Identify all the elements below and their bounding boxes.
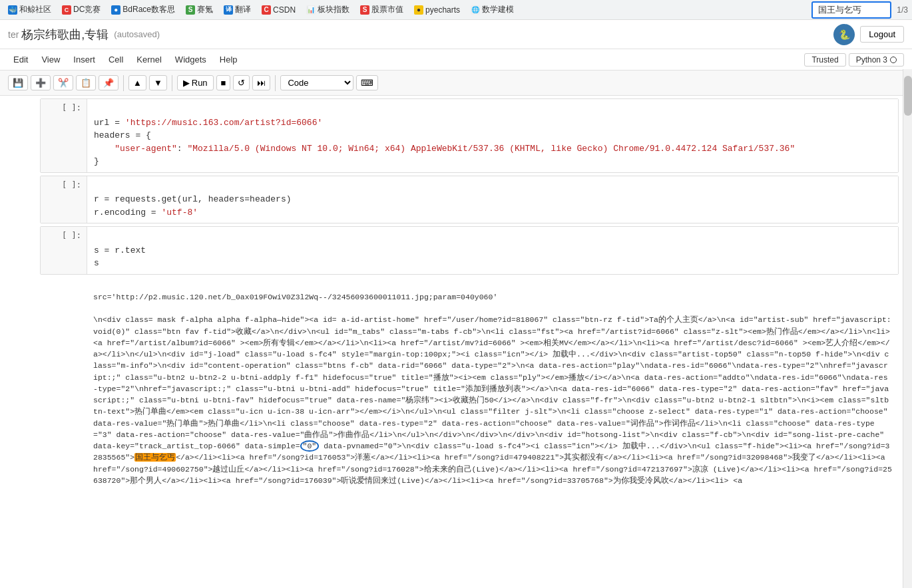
save-button[interactable]: 💾 — [8, 75, 28, 90]
scrollbar-thumb[interactable] — [904, 76, 912, 116]
menu-bar: Edit View Insert Cell Kernel Widgets Hel… — [0, 49, 912, 71]
pyecharts-icon: ● — [414, 5, 423, 15]
menu-kernel[interactable]: Kernel — [131, 53, 167, 67]
python-logo: 🐍 — [833, 24, 855, 45]
toolbar: 💾 ➕ ✂️ 📋 📌 ▲ ▼ ▶ Run ■ ↺ ⏭ Code ⌨ — [0, 71, 912, 96]
bookmark-stock[interactable]: S 股票市值 — [356, 3, 407, 17]
output-cell-3: src='http://p2.music.120.net/b_0ax019FOw… — [40, 277, 899, 501]
cell-prompt-3: [ ]: — [41, 227, 87, 274]
run-button[interactable]: ▶ Run — [177, 75, 214, 90]
toolbar-sep-1 — [123, 75, 124, 91]
saike-icon: S — [186, 5, 195, 15]
output-prompt-3 — [40, 277, 87, 501]
notebook-title[interactable]: 杨宗纬歌曲,专辑 — [21, 27, 109, 43]
jupyter-header: ter 杨宗纬歌曲,专辑 (autosaved) 🐍 Logout — [0, 20, 912, 49]
menu-help[interactable]: Help — [214, 53, 243, 67]
stock-icon: S — [360, 5, 369, 15]
dc-icon: C — [62, 5, 71, 15]
menu-edit[interactable]: Edit — [8, 53, 33, 67]
bookmarks-bar: 🐳 和鲸社区 C DC竞赛 ● BdRace数客思 S 赛氪 译 翻译 C CS… — [0, 0, 912, 20]
cell-content-1[interactable]: url = 'https://music.163.com/artist?id=6… — [87, 99, 898, 172]
search-input[interactable]: 国王与乞丐 — [811, 1, 891, 19]
move-down-button[interactable]: ▼ — [149, 75, 167, 90]
restart-run-button[interactable]: ⏭ — [252, 75, 270, 90]
scrollbar-track — [903, 69, 912, 588]
cell-type-select[interactable]: Code — [280, 75, 353, 90]
header-prefix: ter — [8, 29, 19, 40]
bookmark-csdn[interactable]: C CSDN — [258, 4, 300, 16]
output-content-3: src='http://p2.music.120.net/b_0ax019FOw… — [87, 277, 899, 501]
search-count: 1/3 — [897, 5, 908, 15]
trusted-badge: Trusted — [804, 53, 845, 67]
search-corner: 国王与乞丐 1/3 — [811, 1, 908, 19]
cell-content-2[interactable]: r = requests.get(url, headers=headers) r… — [87, 176, 898, 223]
toolbar-sep-3 — [275, 75, 276, 91]
index-icon: 📊 — [306, 5, 316, 15]
bookmark-bdrace[interactable]: ● BdRace数客思 — [107, 3, 179, 17]
cell-prompt-2: [ ]: — [41, 176, 87, 223]
kernel-info: Python 3 — [849, 53, 904, 67]
interrupt-button[interactable]: ■ — [216, 75, 231, 90]
menu-insert[interactable]: Insert — [68, 53, 101, 67]
code-cell-2: [ ]: r = requests.get(url, headers=heade… — [40, 176, 899, 224]
fanyi-icon: 译 — [224, 5, 233, 15]
add-cell-button[interactable]: ➕ — [31, 75, 51, 90]
bookmark-saike[interactable]: S 赛氪 — [182, 3, 217, 17]
autosaved-label: (autosaved) — [114, 29, 160, 39]
bookmark-index[interactable]: 📊 板块指数 — [302, 3, 353, 17]
bookmark-fanyi[interactable]: 译 翻译 — [220, 3, 255, 17]
keyboard-shortcuts-button[interactable]: ⌨ — [356, 75, 378, 90]
restart-button[interactable]: ↺ — [233, 75, 250, 90]
cell-prompt-1: [ ]: — [41, 99, 87, 172]
bookmark-heajing[interactable]: 🐳 和鲸社区 — [4, 3, 55, 17]
paste-button[interactable]: 📌 — [99, 75, 118, 90]
toolbar-sep-2 — [172, 75, 172, 91]
cell-content-3[interactable]: s = r.text s — [87, 227, 898, 274]
copy-button[interactable]: 📋 — [76, 75, 96, 90]
menu-view[interactable]: View — [36, 53, 65, 67]
kernel-status-dot — [890, 57, 897, 63]
bdrace-icon: ● — [111, 5, 120, 15]
csdn-icon: C — [262, 5, 271, 15]
code-cell-3: [ ]: s = r.text s — [40, 226, 899, 275]
run-icon: ▶ — [183, 78, 190, 88]
menu-cell[interactable]: Cell — [103, 53, 128, 67]
logout-button[interactable]: Logout — [860, 26, 904, 43]
code-cell-1: [ ]: url = 'https://music.163.com/artist… — [40, 98, 899, 173]
math-icon: 🌐 — [471, 5, 480, 15]
bookmark-dc[interactable]: C DC竞赛 — [58, 3, 105, 17]
bookmark-pyecharts[interactable]: ● pyecharts — [410, 4, 464, 16]
heajing-icon: 🐳 — [8, 5, 17, 15]
notebook-area: [ ]: url = 'https://music.163.com/artist… — [0, 98, 912, 500]
move-up-button[interactable]: ▲ — [128, 75, 146, 90]
cut-button[interactable]: ✂️ — [53, 75, 73, 90]
menu-widgets[interactable]: Widgets — [170, 53, 212, 67]
bookmark-math[interactable]: 🌐 数学建模 — [467, 3, 518, 17]
